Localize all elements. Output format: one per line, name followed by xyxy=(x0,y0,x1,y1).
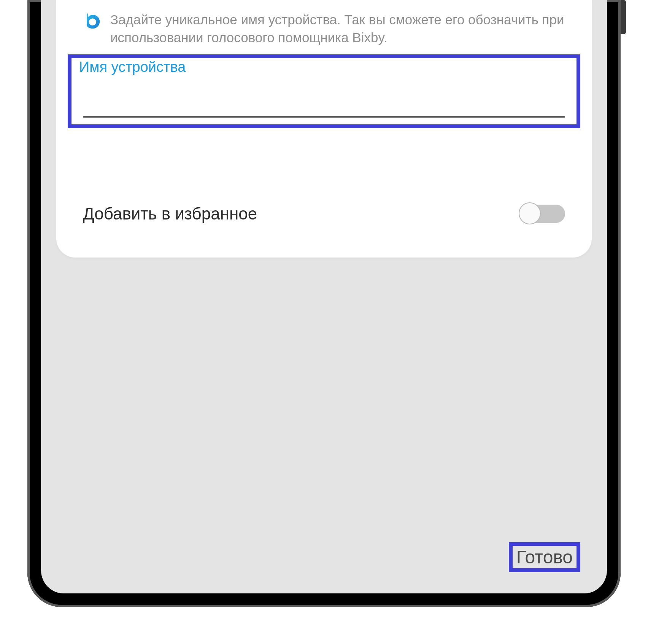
toggle-knob xyxy=(519,202,541,224)
device-name-section: Имя устройства xyxy=(68,54,580,128)
favorite-toggle[interactable] xyxy=(519,205,565,223)
phone-frame: Задайте уникальное имя устройства. Так в… xyxy=(27,0,621,607)
device-name-label: Имя устройства xyxy=(79,59,569,75)
phone-bezel: Задайте уникальное имя устройства. Так в… xyxy=(27,0,621,607)
device-name-input[interactable] xyxy=(83,79,565,118)
phone-side-button xyxy=(621,0,626,34)
bixby-info-row: Задайте уникальное имя устройства. Так в… xyxy=(56,0,592,51)
screen: Задайте уникальное имя устройства. Так в… xyxy=(41,0,607,593)
favorite-label: Добавить в избранное xyxy=(83,204,257,223)
settings-card: Задайте уникальное имя устройства. Так в… xyxy=(56,0,592,258)
favorite-row: Добавить в избранное xyxy=(56,128,592,223)
done-button[interactable]: Готово xyxy=(515,546,574,568)
done-button-highlight: Готово xyxy=(509,542,580,572)
bixby-icon xyxy=(83,11,100,30)
bixby-description: Задайте уникальное имя устройства. Так в… xyxy=(110,11,569,47)
